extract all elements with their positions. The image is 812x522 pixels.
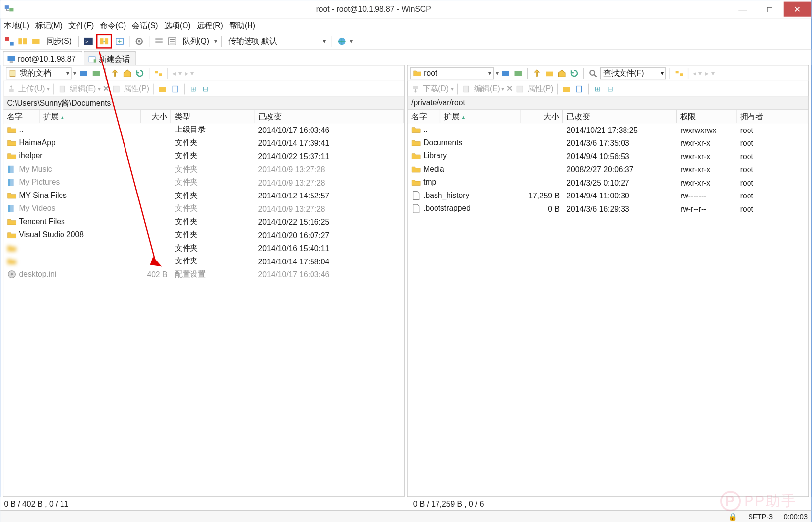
- window-title: root - root@10.1.98.87 - WinSCP: [18, 5, 729, 14]
- remote-root-icon[interactable]: [544, 68, 555, 79]
- local-status: 0 B / 402 B , 0 / 11: [4, 499, 406, 508]
- session-tab-active[interactable]: root@10.1.98.87: [3, 51, 82, 65]
- local-refresh-icon[interactable]: [134, 68, 145, 79]
- sync-browse-icon[interactable]: [4, 36, 15, 47]
- svg-rect-40: [502, 71, 509, 76]
- remote-tree-icon[interactable]: [674, 68, 685, 79]
- plus-select-icon[interactable]: ⊞: [188, 83, 199, 94]
- menu-help[interactable]: 帮助(H): [229, 20, 255, 31]
- table-row[interactable]: tmp2014/3/25 0:10:27rwxr-xr-xroot: [408, 176, 808, 189]
- table-row[interactable]: My Videos文件夹2014/10/9 13:27:28: [3, 202, 404, 215]
- new-session-icon[interactable]: [115, 36, 125, 47]
- highlighted-toolbar-button[interactable]: [96, 34, 112, 48]
- remote-new-folder-icon[interactable]: [561, 83, 572, 94]
- remote-file-list[interactable]: ..2014/10/21 17:38:25rwxrwxrwxrootDocume…: [408, 123, 808, 496]
- rcol-name[interactable]: 名字: [408, 110, 440, 123]
- queue-list-icon[interactable]: [167, 36, 178, 47]
- menu-command[interactable]: 命令(C): [100, 20, 126, 31]
- remote-find-icon[interactable]: [588, 68, 599, 79]
- remote-fwd-icon[interactable]: [513, 68, 524, 79]
- table-row[interactable]: desktop.ini402 B配置设置2014/10/17 16:03:46: [3, 268, 404, 281]
- maximize-button[interactable]: □: [756, 2, 783, 17]
- local-ops-bar: 上传(U)▾ 编辑(E)▾ ✕ 属性(P) ⊞ ⊟: [3, 81, 404, 97]
- menu-remote[interactable]: 远程(R): [197, 20, 223, 31]
- remote-up-icon[interactable]: [531, 68, 542, 79]
- table-row[interactable]: ..2014/10/21 17:38:25rwxrwxrwxroot: [408, 123, 808, 136]
- local-up-icon[interactable]: [110, 68, 121, 79]
- minus-select-icon[interactable]: ⊟: [201, 83, 212, 94]
- remote-home-icon[interactable]: [557, 68, 567, 79]
- svg-rect-30: [159, 87, 166, 92]
- table-row[interactable]: HaimaApp文件夹2014/10/14 17:39:41: [3, 136, 404, 150]
- menu-session[interactable]: 会话(S): [132, 20, 158, 31]
- protocol-label: SFTP-3: [748, 512, 773, 521]
- local-next-icon: ▸ ▾: [184, 68, 195, 79]
- minimize-button[interactable]: ―: [729, 2, 756, 17]
- queue-label[interactable]: 队列(Q): [183, 36, 209, 47]
- table-row[interactable]: My Pictures文件夹2014/10/9 13:27:28: [3, 176, 404, 189]
- table-row[interactable]: MY Sina Files文件夹2014/10/12 14:52:57: [3, 189, 404, 202]
- svg-rect-27: [9, 89, 14, 92]
- col-size[interactable]: 大小: [141, 110, 171, 123]
- table-row[interactable]: .bootstrapped0 B2014/3/6 16:29:33rw-r--r…: [408, 202, 808, 215]
- col-type[interactable]: 类型: [171, 110, 255, 123]
- local-drive-combo[interactable]: 我的文档: [6, 67, 72, 79]
- col-changed[interactable]: 已改变: [254, 110, 404, 123]
- table-row[interactable]: ihelper文件夹2014/10/22 15:37:11: [3, 149, 404, 163]
- rcol-size[interactable]: 大小: [521, 110, 563, 123]
- remote-back-icon[interactable]: [500, 68, 511, 79]
- new-file-icon[interactable]: [170, 83, 181, 94]
- remote-plus-select-icon[interactable]: ⊞: [592, 83, 603, 94]
- menu-file[interactable]: 文件(F): [68, 20, 94, 31]
- sync-icon[interactable]: [30, 36, 41, 47]
- local-tree-icon[interactable]: [153, 68, 164, 79]
- menu-options[interactable]: 选项(O): [164, 20, 191, 31]
- table-row[interactable]: Visual Studio 2008文件夹2014/10/20 16:07:27: [3, 228, 404, 242]
- table-row[interactable]: 文件夹2014/10/16 15:40:11: [3, 242, 404, 255]
- remote-dir-combo[interactable]: root: [410, 67, 494, 79]
- remote-props-label: 属性(P): [527, 83, 553, 94]
- svg-rect-35: [11, 179, 14, 186]
- rcol-owner[interactable]: 拥有者: [737, 110, 809, 123]
- sync-dirs-icon[interactable]: [99, 36, 110, 47]
- svg-rect-26: [159, 73, 162, 76]
- local-back-icon[interactable]: [78, 68, 89, 79]
- rcol-ext[interactable]: 扩展: [440, 110, 521, 123]
- table-row[interactable]: My Music文件夹2014/10/9 13:27:28: [3, 163, 404, 176]
- rcol-rights[interactable]: 权限: [677, 110, 737, 123]
- table-row[interactable]: 文件夹2014/10/14 17:58:04: [3, 255, 404, 268]
- table-row[interactable]: Library2014/9/4 10:56:53rwxr-xr-xroot: [408, 149, 808, 163]
- transfer-preset[interactable]: 传输选项 默认: [226, 35, 328, 47]
- new-folder-icon[interactable]: [157, 83, 168, 94]
- table-row[interactable]: Tencent Files文件夹2014/10/22 15:16:25: [3, 215, 404, 229]
- col-ext[interactable]: 扩展: [40, 110, 141, 123]
- remote-new-file-icon[interactable]: [573, 83, 584, 94]
- console-icon[interactable]: >_: [83, 36, 94, 47]
- queue-toggle-icon[interactable]: [154, 36, 165, 47]
- svg-rect-42: [546, 71, 553, 76]
- rcol-changed[interactable]: 已改变: [563, 110, 677, 123]
- remote-minus-select-icon[interactable]: ⊟: [605, 83, 616, 94]
- local-fwd-icon[interactable]: [91, 68, 102, 79]
- local-file-list[interactable]: ..上级目录2014/10/17 16:03:46HaimaApp文件夹2014…: [3, 123, 404, 496]
- props-icon: [111, 83, 122, 94]
- remote-search[interactable]: 查找文件(F): [600, 67, 666, 79]
- sync-label[interactable]: 同步(S): [46, 36, 72, 47]
- close-button[interactable]: ✕: [784, 2, 811, 17]
- globe-icon[interactable]: [337, 36, 348, 47]
- compare-icon[interactable]: [17, 36, 28, 47]
- table-row[interactable]: Documents2014/3/6 17:35:03rwxr-xr-xroot: [408, 136, 808, 150]
- table-row[interactable]: .bash_history17,259 B2014/9/4 11:00:30rw…: [408, 189, 808, 202]
- table-row[interactable]: ..上级目录2014/10/17 16:03:46: [3, 123, 404, 136]
- svg-rect-15: [156, 41, 163, 43]
- col-name[interactable]: 名字: [3, 110, 39, 123]
- remote-next-icon: ▸ ▾: [705, 68, 716, 79]
- menu-mark[interactable]: 标记(M): [35, 20, 62, 31]
- menu-local[interactable]: 本地(L): [4, 20, 29, 31]
- settings-icon[interactable]: [134, 36, 145, 47]
- table-row[interactable]: Media2008/2/27 20:06:37rwxr-xr-xroot: [408, 163, 808, 176]
- session-tab-new[interactable]: 新建会话: [84, 51, 136, 65]
- remote-refresh-icon[interactable]: [569, 68, 580, 79]
- main-toolbar: 同步(S) >_ 队列(Q) ▾ 传输选项 默认 ▾: [0, 33, 811, 50]
- local-home-icon[interactable]: [122, 68, 133, 79]
